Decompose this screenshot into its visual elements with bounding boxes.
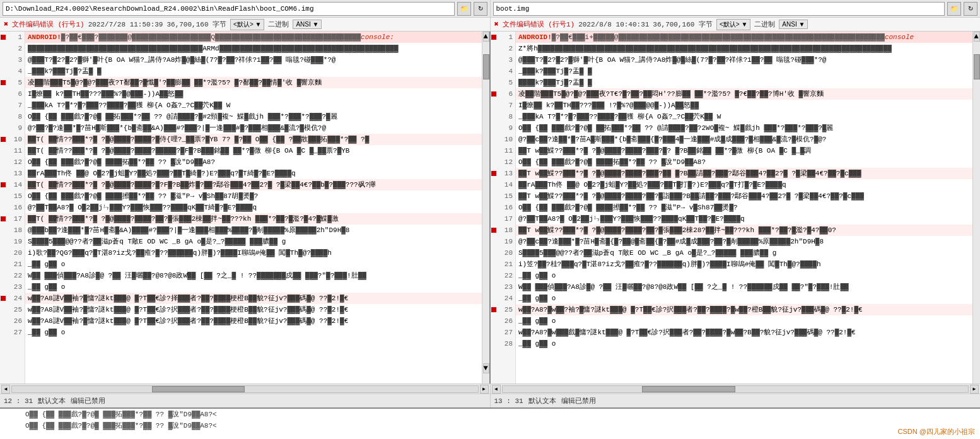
code-line-27: w▓▓?A8?▓w▓▓▓戲▓慵?謎kt▓▓▓@ ▓?T▓▓€診?択▓▓▓者?▓▓… xyxy=(516,327,972,338)
status-bars: 12 : 31 默认文本 编辑已禁用 13 : 31 默认文本 编辑已禁用 xyxy=(0,394,980,407)
left-cursor-pos: 12 : 31 xyxy=(4,397,33,405)
line-num-7: 7 xyxy=(6,100,25,111)
right-editor-content[interactable]: ANDROID!▓?▓▓€▓▓▓i+▓▓▓▓▓@▓▓▓▓▓▓▓▓▓▓▓▓▓▓▓▓… xyxy=(516,32,972,383)
line-num-19: 19 xyxy=(6,236,25,247)
watermark: CSDN @四儿家的小祖宗 xyxy=(898,427,975,436)
code-line-21: _▓▓ g▓▓ o xyxy=(25,259,482,270)
code-line-19: @?▓▓c▓▓?逢▓▓▓*▓?苗H▓斋▓{▓?▓▓@▓斋▓▓{▓?▓▓#成▓成▓… xyxy=(516,236,972,247)
code-line-5: 凌▓▓階▓▓▓T5▓@?▓@?▓▓▓夜?T鄱▓▓?▓懺▓'?▓▓膨▓▓ ▓▓*?… xyxy=(25,77,482,88)
line-num-18: 18 xyxy=(6,225,25,236)
rmarker-23 xyxy=(491,281,497,293)
left-vscrollbar[interactable]: ▲ ▼ xyxy=(482,32,489,383)
left-hthumb[interactable] xyxy=(152,386,245,392)
right-scroll-left[interactable]: ◀ xyxy=(492,385,501,394)
left-line-numbers: 1234567891011121314151617181920212223242… xyxy=(6,32,25,383)
left-refresh-btn[interactable]: ↻ xyxy=(474,2,487,16)
code-line-10: ▓▓T( ▓▓情??▓▓▓*?▓ ?▓@▓▓▓▓?▓▓▓▓?▓侍{哩?_▓▓票?… xyxy=(25,134,482,145)
code-line-20: i)歌?▓▓?QG?▓▓▓q?▓T湛8?iz戈?▓▓痽?▓??▓▓▓▓▓▓q)胖… xyxy=(25,247,482,259)
left-size-text: 36,700,160 字节 xyxy=(166,20,226,29)
right-scroll-up[interactable]: ▲ xyxy=(974,32,980,42)
right-vscrollbar[interactable]: ▲ xyxy=(972,32,980,383)
code-line-27: _▓▓ g▓▓ o xyxy=(25,327,482,338)
code-line-15: O▓▓ {▓▓ ▓▓▓戲?▓?@▓ ▓▓▓▓攃▓▓*?▓▓ ?? ▓滋"P→ v… xyxy=(25,190,482,202)
right-info-bar: ✖ 文件编码错误 (行号1) 2022/8/8 10:40:31 36,700,… xyxy=(491,18,981,31)
right-folder-btn[interactable]: 📁 xyxy=(947,2,961,16)
left-scroll-thumb[interactable] xyxy=(483,54,489,79)
line-num-8: 8 xyxy=(497,111,515,122)
left-folder-btn[interactable]: 📁 xyxy=(457,2,471,16)
left-encoding-btn[interactable]: <默认> ▼ xyxy=(230,19,264,30)
code-line-7: _▓▓▓kA T?▓*?▓?▓▓▓??▓▓▓▓?▓▓獲 柳{A O姦?_?C▓▓… xyxy=(25,100,482,111)
code-line-24: w▓▓?A8謎V▓▓袖?▓慵?謎kt▓▓▓@ ▓?T▓▓€診?择▓▓▓者?▓▓?… xyxy=(25,293,482,304)
code-line-1: ANDROID!▓?▓▓€▓▓▓i+▓▓▓▓▓@▓▓▓▓▓▓▓▓▓▓▓▓▓▓▓▓… xyxy=(516,32,972,43)
code-line-25: w▓▓?A8?▓w▓▓?袖?▓慵?謎kt▓▓▓@ ▓?T▓▓€診?択▓▓▓者?▓… xyxy=(516,304,972,315)
bottom-preview: O▓▓ {▓▓ ▓▓▓戲?▓?@▓ ▓▓▓拓▓▓▓*?▓▓ ?? ▓說"D9▓▓… xyxy=(0,407,980,439)
left-date-text: 2022/7/28 11:50:39 xyxy=(88,21,163,28)
code-line-4: _▓▓▓k?▓▓▓Tj▓?盂▓ ▓ xyxy=(516,66,972,77)
left-mode: 默认文本 xyxy=(38,396,66,406)
right-hthumb[interactable] xyxy=(642,386,735,392)
left-scroll-down[interactable]: ▼ xyxy=(483,363,489,373)
marker-9 xyxy=(0,122,6,134)
marker-4 xyxy=(0,66,6,77)
line-num-20: 20 xyxy=(497,247,515,259)
line-num-4: 4 xyxy=(497,66,515,77)
code-line-10: @?▓▓c▓▓?逢▓▓*▓?苗A▓斯▓▓▓*{b▓斋▓▓▓{▓?▓▓▓4▓一逢▓… xyxy=(516,134,972,145)
left-scroll-right[interactable]: ▶ xyxy=(480,385,489,394)
left-hscrollbar[interactable] xyxy=(11,385,479,393)
left-scroll-area: 1234567891011121314151617181920212223242… xyxy=(0,32,489,383)
line-num-11: 11 xyxy=(6,145,25,156)
line-num-25: 25 xyxy=(497,304,515,315)
left-path-input[interactable] xyxy=(3,2,455,16)
right-encoding-btn[interactable]: <默认> ▼ xyxy=(716,19,750,30)
right-scroll-right[interactable]: ▶ xyxy=(970,385,979,394)
code-line-11: ▓▓T w▓▓鰈??▓▓▓*?▓ ?▓@▓▓▓▓?▓▓▓▓?▓▓▓?▓? ▓?B… xyxy=(516,145,972,156)
rmarker-22 xyxy=(491,270,497,281)
rmarker-3 xyxy=(491,54,497,66)
rmarker-9 xyxy=(491,122,497,134)
left-scroll-left[interactable]: ◀ xyxy=(1,385,10,394)
code-line-2: ▓▓▓▓▓▓▓▓▓▓▓▓▓▓▓▓▓▓▓▓▓▓▓▓▓▓▓▓▓▓▓▓▓▓▓▓▓▓▓▓… xyxy=(25,43,482,54)
rmarker-7 xyxy=(491,100,497,111)
rmarker-5 xyxy=(491,77,497,88)
right-hscrollbar[interactable] xyxy=(502,385,969,393)
rmarker-25 xyxy=(491,304,497,315)
line-num-5: 5 xyxy=(6,77,25,88)
rmarker-18 xyxy=(491,225,497,236)
right-scroll-area: 1234567891011121314151617181920212223242… xyxy=(491,32,980,383)
line-num-23: 23 xyxy=(497,281,515,293)
left-editor-content[interactable]: ANDROID!▓?▓▓€▓▓▓?▓▓▓▓▓▓▓@▓▓▓▓▓▓▓▓▓▓▓▓▓▓▓… xyxy=(25,32,482,383)
code-line-17: @?▓▓T▓▓A8?▓ O▓2▓▓jㄣ▓▓▓Y?▓▓▓恢▓▓▓??▓▓▓▓qK▓… xyxy=(516,213,972,225)
left-edit-status: 编辑已禁用 xyxy=(71,396,105,406)
line-num-11: 11 xyxy=(497,145,515,156)
rmarker-27 xyxy=(491,327,497,338)
right-scroll-thumb[interactable] xyxy=(974,54,980,79)
marker-21 xyxy=(0,259,6,270)
rmarker-4 xyxy=(491,66,497,77)
code-line-8: _▓▓▓kA T?▓*?▓?▓▓▓??▓▓▓▓?▓▓獲 柳{A O姦?_?C▓▓… xyxy=(516,111,972,122)
line-num-16: 16 xyxy=(497,202,515,213)
line-num-23: 23 xyxy=(6,281,25,293)
right-refresh-btn[interactable]: ↻ xyxy=(964,2,977,16)
line-num-24: 24 xyxy=(497,293,515,304)
marker-7 xyxy=(0,100,6,111)
marker-11 xyxy=(0,145,6,156)
code-line-24: _▓▓ g▓▓ o xyxy=(516,293,972,304)
rmarker-10 xyxy=(491,134,497,145)
line-num-27: 27 xyxy=(497,327,515,338)
right-path-input[interactable] xyxy=(493,2,945,16)
left-ansi-btn[interactable]: ANSI ▼ xyxy=(293,20,322,29)
code-line-6: I▓燎▓▓ k?▓▓TH▓▓???▓▓▓%?▓@▓▓▓-))A▓▓怒▓▓ xyxy=(25,88,482,100)
left-scroll-up[interactable]: ▲ xyxy=(483,32,489,42)
line-num-14: 14 xyxy=(6,179,25,190)
rmarker-20 xyxy=(491,247,497,259)
marker-8 xyxy=(0,111,6,122)
marker-2 xyxy=(0,43,6,54)
app-container: 📁 ↻ 📁 ↻ ✖ 文件编码错误 (行号1) 2022/7/28 11:50:3… xyxy=(0,0,980,439)
right-ansi-btn[interactable]: ANSI ▼ xyxy=(779,20,808,29)
right-mode: 默认文本 xyxy=(528,396,556,406)
code-line-23: _▓▓ g▓▓ o xyxy=(25,281,482,293)
line-num-2: 2 xyxy=(6,43,25,54)
code-line-26: _▓▓ g▓▓ o xyxy=(516,315,972,327)
line-num-22: 22 xyxy=(497,270,515,281)
